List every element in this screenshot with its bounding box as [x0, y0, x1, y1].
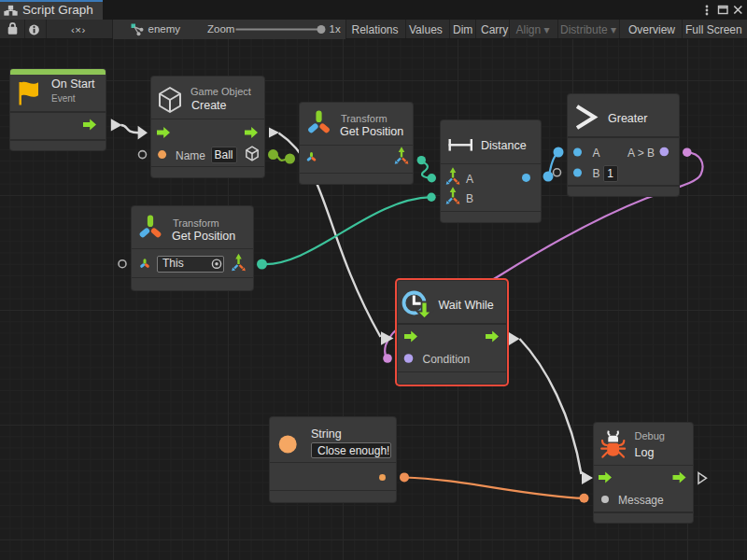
svg-text:‹×›: ‹×› — [71, 24, 86, 35]
